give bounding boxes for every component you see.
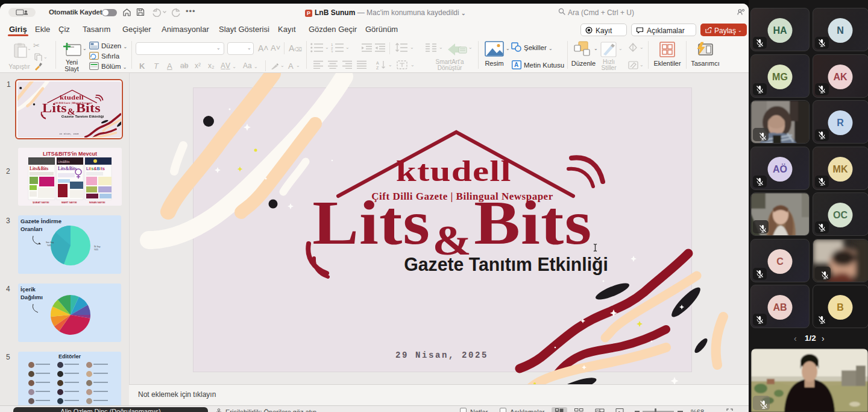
- svg-text:NİSAN SAYISI: NİSAN SAYISI: [89, 201, 105, 204]
- svg-text:Son Say: Son Say: [46, 241, 54, 244]
- svg-text:%45: %45: [47, 244, 51, 247]
- svg-text:A: A: [376, 61, 379, 65]
- svg-text:Lits&Bits: Lits&Bits: [86, 166, 105, 171]
- svg-text:3: 3: [331, 50, 333, 53]
- svg-text:%55: %55: [94, 249, 98, 251]
- svg-text:İlk Say: İlk Say: [94, 245, 101, 248]
- svg-text:Lits&Bits: Lits&Bits: [58, 166, 77, 171]
- svg-text:Lits&Bits: Lits&Bits: [58, 160, 70, 163]
- svg-text:A: A: [514, 62, 518, 68]
- svg-text:MART SAYISI: MART SAYISI: [61, 201, 77, 204]
- svg-text:Lits&Bits: Lits&Bits: [30, 166, 48, 171]
- svg-text:ŞUBAT SAYISI: ŞUBAT SAYISI: [33, 201, 49, 204]
- svg-text:Z: Z: [376, 66, 379, 69]
